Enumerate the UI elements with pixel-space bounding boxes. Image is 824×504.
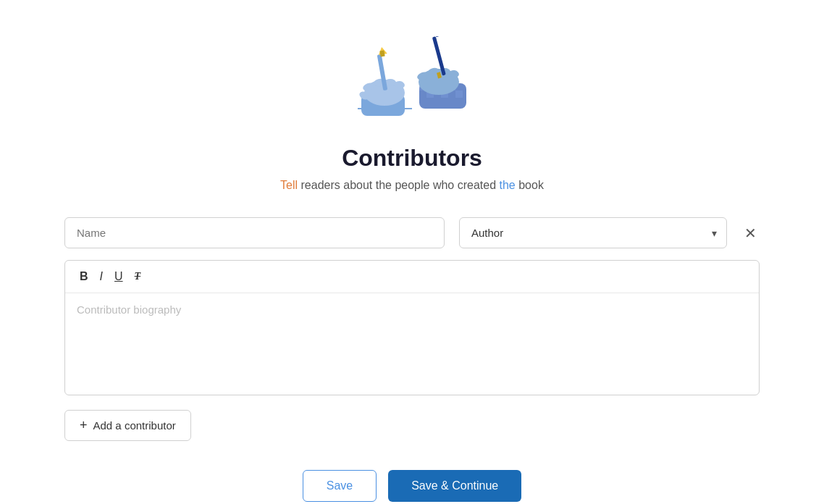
svg-rect-17 bbox=[455, 91, 463, 98]
contributor-role-select[interactable]: AuthorEditorIllustratorTranslatorPhotogr… bbox=[459, 217, 727, 248]
add-contributor-button[interactable]: + Add a contributor bbox=[64, 410, 191, 441]
subtitle-tell: Tell bbox=[280, 179, 298, 191]
action-buttons: Save Save & Continue bbox=[64, 470, 760, 502]
biography-placeholder: Contributor biography bbox=[77, 303, 181, 316]
editor-toolbar: B I U T bbox=[65, 261, 759, 293]
underline-button[interactable]: U bbox=[110, 268, 127, 285]
page-title: Contributors bbox=[342, 145, 482, 172]
strikethrough-button[interactable]: T bbox=[130, 268, 146, 285]
biography-editor: B I U T Contributor biography bbox=[64, 260, 760, 395]
subtitle-end: book bbox=[516, 179, 544, 191]
bold-button[interactable]: B bbox=[75, 268, 93, 285]
contributors-illustration bbox=[332, 36, 492, 130]
biography-content-area[interactable]: Contributor biography bbox=[65, 293, 759, 395]
svg-marker-24 bbox=[434, 36, 443, 37]
subtitle-the: the bbox=[500, 179, 516, 191]
plus-icon: + bbox=[80, 418, 88, 433]
save-continue-button[interactable]: Save & Continue bbox=[388, 470, 521, 502]
add-contributor-label: Add a contributor bbox=[93, 419, 176, 432]
contributors-form: AuthorEditorIllustratorTranslatorPhotogr… bbox=[64, 217, 760, 502]
role-dropdown-container: AuthorEditorIllustratorTranslatorPhotogr… bbox=[459, 217, 727, 248]
remove-contributor-button[interactable]: ✕ bbox=[741, 223, 760, 243]
page-subtitle: Tell readers about the people who create… bbox=[280, 179, 544, 192]
save-button[interactable]: Save bbox=[303, 470, 377, 502]
contributor-row: AuthorEditorIllustratorTranslatorPhotogr… bbox=[64, 217, 760, 248]
italic-button[interactable]: I bbox=[96, 268, 107, 285]
contributor-name-input[interactable] bbox=[64, 217, 445, 248]
page-container: Contributors Tell readers about the peop… bbox=[50, 22, 774, 504]
subtitle-middle: readers about the people who created bbox=[298, 179, 499, 191]
